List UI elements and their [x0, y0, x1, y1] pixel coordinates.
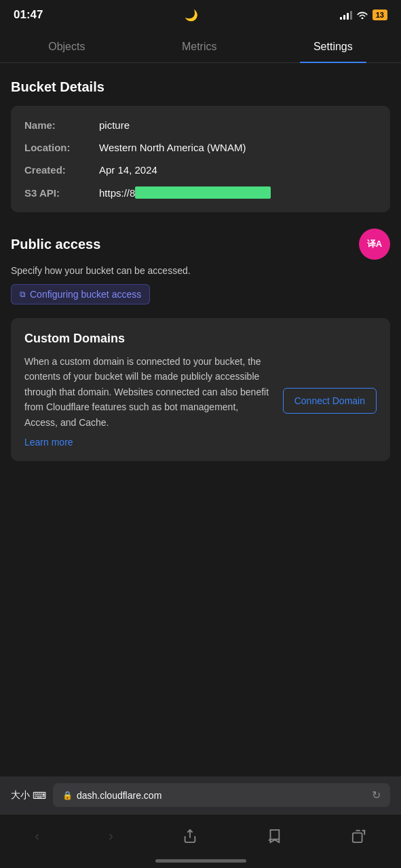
refresh-icon[interactable]: ↻ — [372, 789, 381, 802]
public-access-description: Specify how your bucket can be accessed. — [11, 265, 390, 276]
browser-bar: 大小 ⌨ 🔒 dash.cloudflare.com ↻ — [0, 776, 401, 814]
bucket-details-card: Name: picture Location: Western North Am… — [11, 106, 390, 212]
battery-badge: 13 — [373, 9, 387, 20]
created-row: Created: Apr 14, 2024 — [24, 164, 377, 176]
custom-domains-card: Custom Domains When a custom domain is c… — [11, 318, 390, 461]
created-value: Apr 14, 2024 — [99, 164, 377, 176]
tab-metrics[interactable]: Metrics — [168, 34, 231, 62]
s3-api-highlight — [135, 186, 271, 199]
keyboard-icon: ⌨ — [33, 790, 46, 801]
name-value: picture — [99, 119, 377, 131]
wifi-icon — [356, 9, 368, 21]
s3-api-value-text: https://8 — [99, 187, 135, 199]
connect-domain-button[interactable]: Connect Domain — [283, 388, 377, 414]
public-access-header: Public access 译A — [11, 229, 390, 260]
svg-rect-1 — [353, 833, 362, 842]
home-indicator — [155, 859, 246, 863]
signal-bar-1 — [340, 17, 342, 20]
tabs-button[interactable] — [338, 823, 380, 849]
browser-size-text: 大小 ⌨ — [11, 789, 46, 802]
custom-domains-content: When a custom domain is connected to you… — [24, 354, 377, 448]
s3-api-value-container: https://8 — [99, 186, 377, 199]
bucket-details-title: Bucket Details — [11, 79, 390, 95]
lock-icon: 🔒 — [62, 791, 73, 800]
forward-button[interactable]: › — [95, 823, 127, 849]
custom-domains-title: Custom Domains — [24, 332, 377, 346]
tab-settings[interactable]: Settings — [300, 34, 366, 62]
badge-icon: ⧉ — [20, 290, 26, 299]
created-label: Created: — [24, 164, 99, 176]
configuring-bucket-access-badge[interactable]: ⧉ Configuring bucket access — [11, 284, 150, 304]
status-bar: 01:47 🌙 13 — [0, 0, 401, 27]
tab-objects[interactable]: Objects — [35, 34, 98, 62]
back-button[interactable]: ‹ — [21, 823, 53, 849]
location-label: Location: — [24, 142, 99, 153]
s3-api-row: S3 API: https://8 — [24, 186, 377, 199]
bookmark-button[interactable] — [253, 823, 295, 849]
browser-url-bar[interactable]: 🔒 dash.cloudflare.com ↻ — [53, 783, 390, 807]
status-time: 01:47 — [14, 8, 43, 22]
s3-api-label: S3 API: — [24, 187, 99, 199]
signal-bars — [340, 10, 352, 20]
main-content: Bucket Details Name: picture Location: W… — [0, 63, 401, 488]
custom-domains-description: When a custom domain is connected to you… — [24, 354, 272, 430]
location-value: Western North America (WNAM) — [99, 142, 377, 153]
signal-bar-2 — [343, 15, 345, 20]
custom-domains-text-block: When a custom domain is connected to you… — [24, 354, 272, 448]
signal-bar-4 — [350, 11, 352, 20]
name-row: Name: picture — [24, 119, 377, 131]
tabs-bar: Objects Metrics Settings — [0, 27, 401, 63]
name-label: Name: — [24, 119, 99, 131]
signal-bar-3 — [347, 13, 349, 20]
status-icons: 13 — [340, 9, 387, 21]
location-row: Location: Western North America (WNAM) — [24, 142, 377, 153]
share-button[interactable] — [169, 823, 211, 849]
learn-more-link[interactable]: Learn more — [24, 437, 272, 448]
moon-icon: 🌙 — [185, 9, 198, 22]
public-access-title: Public access — [11, 237, 100, 252]
browser-url-text: dash.cloudflare.com — [77, 790, 368, 801]
translate-fab[interactable]: 译A — [359, 229, 390, 260]
